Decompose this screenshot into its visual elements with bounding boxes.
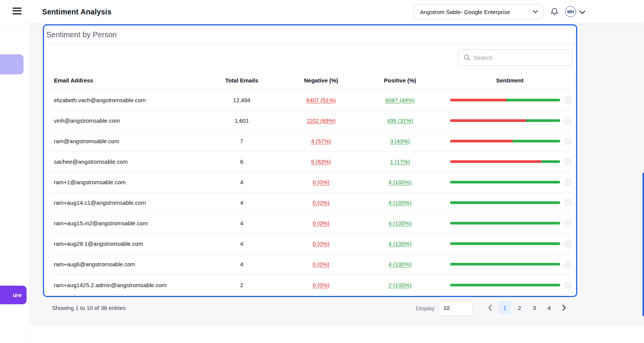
table-row: ram+aug14.c1@angstromsable.com 4 0 (0%) … xyxy=(49,193,571,213)
avatar[interactable]: MH xyxy=(565,6,576,17)
sentiment-bar xyxy=(450,140,560,142)
positive-count-link[interactable]: 4 (100%) xyxy=(389,240,412,247)
positive-count-link[interactable]: 2 (100%) xyxy=(389,282,412,288)
hamburger-menu-button[interactable] xyxy=(13,7,23,16)
sentiment-cell xyxy=(429,282,571,288)
negative-count-link[interactable]: 0 (0%) xyxy=(313,282,329,288)
total-emails-cell: 12,494 xyxy=(213,97,271,103)
page-button-3[interactable]: 3 xyxy=(528,301,541,315)
pagination: 1234 xyxy=(483,301,570,315)
sentiment-bar-positive xyxy=(450,242,560,245)
info-icon[interactable] xyxy=(565,199,571,206)
sentiment-bar-negative xyxy=(450,119,526,122)
bell-icon xyxy=(550,7,559,16)
positive-count-link[interactable]: 4 (100%) xyxy=(389,179,412,185)
sidebar-partial-button[interactable] xyxy=(0,54,24,74)
info-icon[interactable] xyxy=(565,117,571,124)
column-header-positive: Positive (%) xyxy=(371,77,429,84)
info-icon[interactable] xyxy=(565,282,571,288)
chevron-left-icon xyxy=(488,305,492,311)
sentiment-table: Email Address Total Emails Negative (%) … xyxy=(49,71,571,295)
email-cell: ram+aug14.c1@angstromsable.com xyxy=(49,199,213,206)
chevron-right-icon xyxy=(562,305,566,311)
email-cell: ram+aug6@angstromsable.com xyxy=(49,261,213,267)
search-box[interactable] xyxy=(458,49,573,66)
negative-count-link[interactable]: 1102 (69%) xyxy=(307,117,335,124)
negative-count-link[interactable]: 6407 (51%) xyxy=(306,97,336,103)
sentiment-bar-negative xyxy=(450,99,506,101)
negative-count-link[interactable]: 0 (0%) xyxy=(313,240,329,247)
sentiment-cell xyxy=(429,199,571,206)
total-emails-cell: 4 xyxy=(213,261,271,267)
table-row: ram@angstromsable.com 7 4 (57%) 3 (43%) xyxy=(49,131,571,152)
info-icon[interactable] xyxy=(565,179,571,185)
page-button-2[interactable]: 2 xyxy=(513,301,526,315)
sidebar-feature-button[interactable]: ure xyxy=(0,286,27,304)
email-cell: sachee@angstromsable.com xyxy=(49,158,213,165)
table-body: elizabeth.vach@angstromsable.com 12,494 … xyxy=(49,90,571,295)
total-emails-cell: 4 xyxy=(213,179,271,185)
positive-count-link[interactable]: 1 (17%) xyxy=(390,158,410,165)
total-emails-cell: 4 xyxy=(213,220,271,226)
page-button-1[interactable]: 1 xyxy=(498,301,511,315)
notifications-button[interactable] xyxy=(549,7,560,17)
email-cell: ram+aug15.m2@angstromsable.com xyxy=(49,220,213,226)
sentiment-cell xyxy=(429,117,571,124)
sentiment-bar-positive xyxy=(506,99,560,101)
offscreen-card-border xyxy=(642,173,644,316)
sentiment-bar-positive xyxy=(450,201,560,204)
info-icon[interactable] xyxy=(565,261,571,267)
positive-count-link[interactable]: 4 (100%) xyxy=(389,261,412,267)
card-title: Sentiment by Person xyxy=(46,30,117,39)
table-row: sachee@angstromsable.com 6 5 (83%) 1 (17… xyxy=(49,152,571,172)
prev-page-button[interactable] xyxy=(483,301,496,315)
info-icon[interactable] xyxy=(565,158,571,165)
table-row: ram+aug6@angstromsable.com 4 0 (0%) 4 (1… xyxy=(49,254,571,275)
next-page-button[interactable] xyxy=(557,301,570,315)
display-count-input[interactable] xyxy=(438,300,473,316)
info-icon[interactable] xyxy=(565,220,571,226)
sentiment-cell xyxy=(429,220,571,226)
search-input[interactable] xyxy=(474,54,568,61)
card-header: Sentiment by Person xyxy=(44,25,576,44)
page-title: Sentiment Analysis xyxy=(42,0,112,24)
column-header-negative: Negative (%) xyxy=(271,77,371,84)
page-button-4[interactable]: 4 xyxy=(543,301,556,315)
negative-count-link[interactable]: 0 (0%) xyxy=(313,261,329,267)
sentiment-cell xyxy=(429,158,571,165)
total-emails-cell: 1,601 xyxy=(213,117,271,124)
sentiment-bar-positive xyxy=(526,119,560,122)
sentiment-bar-positive xyxy=(450,263,560,266)
negative-count-link[interactable]: 0 (0%) xyxy=(313,199,329,206)
column-header-total-emails: Total Emails xyxy=(213,77,271,84)
sentiment-bar-negative xyxy=(450,160,542,163)
total-emails-cell: 2 xyxy=(213,282,271,288)
info-icon[interactable] xyxy=(565,97,571,103)
email-cell: ram+aug28.1@angstromsable.com xyxy=(49,240,213,247)
positive-count-link[interactable]: 3 (43%) xyxy=(390,138,410,144)
positive-count-link[interactable]: 499 (31%) xyxy=(387,117,413,124)
positive-count-link[interactable]: 4 (100%) xyxy=(389,199,412,206)
sentiment-cell xyxy=(429,138,571,144)
negative-count-link[interactable]: 0 (0%) xyxy=(313,179,329,185)
sentiment-bar-negative xyxy=(450,140,513,142)
chevron-down-icon xyxy=(533,10,538,13)
info-icon[interactable] xyxy=(565,240,571,247)
sentiment-bar xyxy=(450,222,560,224)
table-row: ram+aug1425.2.admin@angstromsable.com 2 … xyxy=(49,275,571,295)
positive-count-link[interactable]: 6087 (49%) xyxy=(385,97,415,103)
total-emails-cell: 4 xyxy=(213,240,271,247)
negative-count-link[interactable]: 5 (83%) xyxy=(311,158,331,165)
email-cell: ram@angstromsable.com xyxy=(49,138,213,144)
org-selector-dropdown[interactable]: Angstrom Sable- Google Enterprise xyxy=(414,4,543,19)
topbar: Sentiment Analysis Angstrom Sable- Googl… xyxy=(0,0,644,24)
sentiment-bar xyxy=(450,119,560,122)
avatar-menu-button[interactable] xyxy=(578,8,586,16)
positive-count-link[interactable]: 4 (100%) xyxy=(389,220,412,226)
column-header-email: Email Address xyxy=(49,77,213,84)
negative-count-link[interactable]: 0 (0%) xyxy=(313,220,329,226)
total-emails-cell: 6 xyxy=(213,158,271,165)
negative-count-link[interactable]: 4 (57%) xyxy=(311,138,331,144)
sentiment-bar-positive xyxy=(513,140,560,142)
info-icon[interactable] xyxy=(565,138,571,144)
